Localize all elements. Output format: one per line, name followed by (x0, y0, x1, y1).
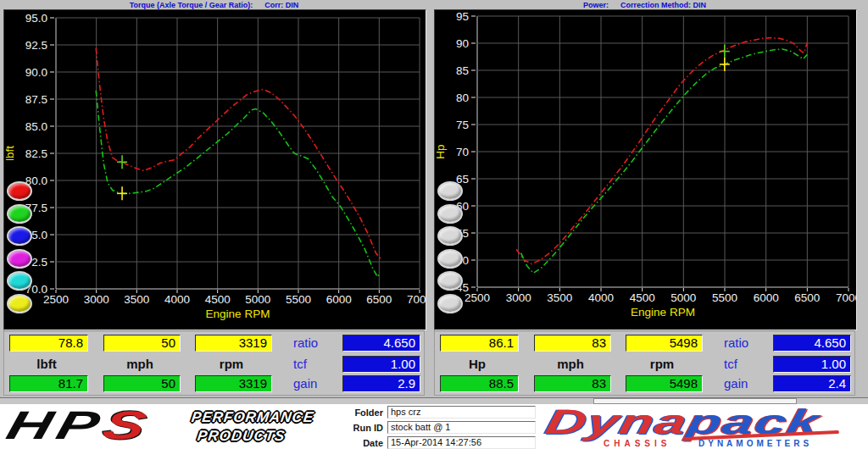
folder-label: Folder (337, 407, 383, 419)
svg-text:4000: 4000 (164, 293, 190, 306)
svg-text:7000: 7000 (836, 291, 856, 304)
power-value-yellow-run: 86.1 (440, 335, 519, 352)
svg-text:3500: 3500 (124, 293, 149, 306)
svg-text:75: 75 (456, 119, 469, 131)
dynapack-logo: Dynapack (543, 407, 823, 436)
tcf-label: tcf (293, 356, 307, 373)
svg-text:90.0: 90.0 (25, 66, 47, 79)
speed-value-green-run: 83 (534, 375, 611, 392)
svg-text:82.5: 82.5 (25, 147, 47, 160)
svg-text:7000: 7000 (407, 293, 426, 306)
run-select-button-6[interactable] (7, 294, 32, 313)
tcf-value: 1.00 (773, 356, 851, 373)
svg-text:5500: 5500 (712, 291, 737, 304)
torque-correction-label: Corr: DIN (264, 1, 298, 9)
svg-text:95: 95 (456, 10, 469, 23)
torque-data-table: 78.8 50 3319 lbft mph rpm 81.7 50 3319 r… (3, 330, 425, 396)
svg-text:85.0: 85.0 (25, 120, 47, 133)
gain-value: 2.4 (773, 375, 851, 392)
y-axis-label: Hp (435, 144, 447, 158)
speed-value-yellow-run: 50 (103, 335, 181, 352)
power-data-table: 86.1 83 5498 Hp mph rpm 88.5 83 5498 rat… (434, 330, 855, 396)
run-select-button-5[interactable] (437, 271, 463, 291)
dynapack-chassis-text: CHASSIS (604, 439, 670, 448)
hps-performance-text: PERFORMANCE (191, 409, 315, 426)
run-select-button-6[interactable] (437, 294, 463, 313)
torque-curve-green (96, 91, 380, 277)
svg-text:85: 85 (456, 64, 469, 77)
svg-text:6500: 6500 (794, 291, 820, 304)
y-axis-label: lbft (4, 146, 16, 161)
gain-value: 2.9 (342, 375, 420, 392)
dynapack-dynamometers-text: DYNAMOMETERS (698, 439, 812, 448)
speed-value-green-run: 50 (103, 375, 181, 392)
ratio-value: 4.650 (342, 335, 420, 352)
power-chart-panel: 2500300035004000450050005500600065007000… (434, 9, 857, 330)
torque-chart-title: Torque (Axle Torque / Gear Ratio): (130, 1, 253, 9)
x-axis-label: Engine RPM (206, 308, 270, 320)
x-axis-label: Engine RPM (631, 306, 695, 319)
svg-text:5000: 5000 (245, 293, 270, 306)
run-select-button-2[interactable] (437, 204, 463, 224)
hps-logo: HPS (2, 402, 156, 448)
rpm-value-green-run: 5498 (626, 375, 703, 392)
svg-text:5000: 5000 (670, 291, 696, 304)
run-id-label: Run ID (337, 422, 383, 434)
power-curve-green (521, 49, 808, 273)
hps-products-text: PRODUCTS (197, 428, 287, 445)
svg-text:4500: 4500 (205, 293, 231, 306)
power-value-green-run: 88.5 (440, 375, 519, 392)
svg-text:90: 90 (456, 37, 469, 50)
svg-text:6000: 6000 (326, 293, 352, 306)
torque-value-green-run: 81.7 (9, 375, 88, 392)
tcf-value: 1.00 (342, 356, 420, 373)
svg-text:3000: 3000 (506, 291, 531, 304)
svg-text:70: 70 (456, 146, 469, 158)
run-select-button-1[interactable] (7, 181, 32, 201)
rpm-value-yellow-run: 5498 (626, 335, 703, 352)
torque-chart-svg: 2500300035004000450050005500600065007000… (4, 10, 426, 330)
gain-label: gain (293, 375, 317, 392)
svg-text:3500: 3500 (547, 291, 572, 304)
power-chart-title: Power: (583, 1, 609, 9)
folder-field[interactable]: hps crz (387, 406, 536, 419)
torque-value-yellow-run: 78.8 (9, 335, 88, 352)
speed-unit-label: mph (103, 356, 176, 373)
footer-bar: HPS PERFORMANCE PRODUCTS Folder hps crz … (0, 405, 868, 449)
run-select-button-3[interactable] (7, 226, 32, 246)
run-select-button-3[interactable] (437, 226, 463, 246)
gain-label: gain (724, 375, 748, 392)
ratio-label: ratio (293, 335, 318, 352)
torque-chart-panel: 2500300035004000450050005500600065007000… (3, 9, 426, 330)
ratio-label: ratio (724, 335, 748, 352)
run-select-button-1[interactable] (437, 181, 463, 201)
svg-text:95.0: 95.0 (25, 12, 47, 25)
power-correction-label: Correction Method: DIN (620, 1, 706, 9)
rpm-unit-label: rpm (195, 356, 268, 373)
svg-text:80: 80 (456, 91, 469, 104)
date-label: Date (337, 437, 383, 449)
svg-text:5500: 5500 (286, 293, 311, 306)
svg-text:6500: 6500 (366, 293, 392, 306)
ratio-value: 4.650 (773, 335, 851, 352)
run-select-button-5[interactable] (7, 271, 32, 291)
svg-text:4000: 4000 (588, 291, 614, 304)
svg-text:6000: 6000 (754, 291, 779, 304)
rpm-unit-label: rpm (626, 356, 698, 373)
tcf-label: tcf (724, 356, 737, 373)
torque-unit-label: lbft (9, 356, 84, 373)
run-select-button-2[interactable] (7, 204, 32, 224)
speed-unit-label: mph (534, 356, 607, 373)
dynapack-logo-dyna: Dyna (542, 402, 692, 441)
hps-logo-s: S (98, 402, 156, 447)
rpm-value-green-run: 3319 (195, 375, 272, 392)
run-select-button-4[interactable] (437, 249, 463, 269)
power-chart-svg: 2500300035004000450050005500600065007000… (435, 10, 856, 330)
svg-text:4500: 4500 (630, 291, 655, 304)
speed-value-yellow-run: 83 (534, 335, 611, 352)
run-select-button-4[interactable] (7, 249, 32, 269)
hps-logo-hp: HP (3, 402, 110, 447)
date-field[interactable]: 15-Apr-2014 14:27:56 (387, 436, 536, 449)
power-unit-label: Hp (440, 356, 515, 373)
run-id-field[interactable]: stock batt @ 1 (387, 421, 536, 434)
